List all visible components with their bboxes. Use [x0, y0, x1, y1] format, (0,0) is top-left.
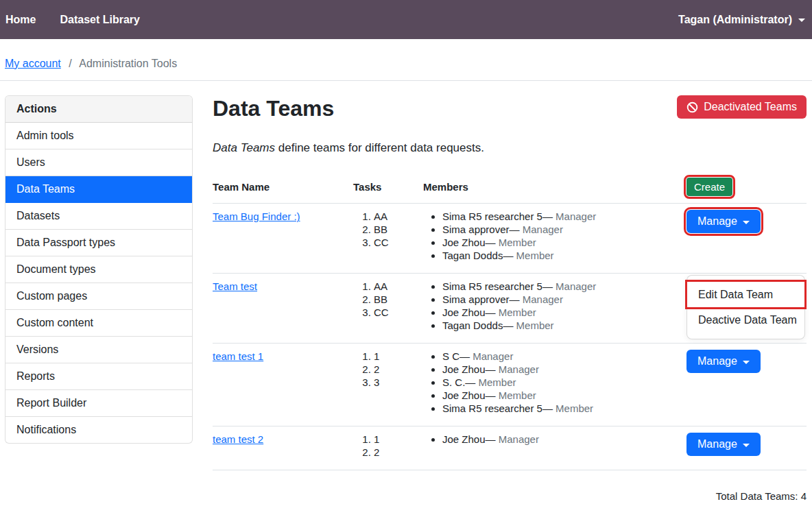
- col-header-action: Create: [686, 178, 807, 196]
- members-cell: Sima R5 researcher 5— ManagerSima approv…: [423, 204, 686, 273]
- tasks-list: 12: [353, 433, 418, 459]
- table-row: team test 212Joe Zhou— ManagerManage: [213, 426, 807, 470]
- team-name-link[interactable]: team test 1: [213, 350, 263, 362]
- member-item: S. C.— Member: [442, 376, 681, 389]
- table-body: Team Bug Finder :)AABBCCSima R5 research…: [213, 204, 807, 470]
- deactivated-teams-label: Deactivated Teams: [704, 101, 797, 113]
- sidebar-items: Admin toolsUsersData TeamsDatasetsData P…: [5, 123, 192, 443]
- total-data-teams: Total Data Teams: 4: [213, 490, 807, 502]
- member-name: Sima R5 researcher 5—: [442, 211, 553, 222]
- member-item: Sima R5 researcher 5— Member: [442, 402, 681, 415]
- sidebar-item-custom-pages[interactable]: Custom pages: [5, 283, 192, 310]
- member-role: Member: [513, 250, 553, 261]
- caret-down-icon: [743, 221, 750, 224]
- sidebar-item-versions[interactable]: Versions: [5, 337, 192, 363]
- create-button[interactable]: Create: [686, 178, 732, 196]
- manage-button[interactable]: Manage: [686, 210, 761, 233]
- caret-down-icon: [743, 361, 750, 364]
- team-name-link[interactable]: team test 2: [213, 433, 263, 445]
- dropdown-item-deactive-data-team[interactable]: Deactive Data Team: [687, 307, 804, 333]
- team-name-cell: Team test: [213, 274, 353, 343]
- members-cell: Joe Zhou— Manager: [423, 426, 686, 470]
- deactivated-teams-button[interactable]: Deactivated Teams: [677, 95, 807, 119]
- task-item: BB: [374, 223, 418, 236]
- member-role: Member: [496, 237, 536, 248]
- sidebar-item-report-builder[interactable]: Report Builder: [5, 390, 192, 417]
- prohibition-icon: [686, 101, 698, 113]
- member-item: Sima R5 researcher 5— Manager: [442, 280, 681, 293]
- content-wrapper: Actions Admin toolsUsersData TeamsDatase…: [0, 81, 812, 502]
- user-menu-label: Tagan (Administrator): [678, 14, 792, 26]
- sidebar-item-data-passport-types[interactable]: Data Passport types: [5, 230, 192, 256]
- breadcrumb: My account / Administration Tools: [0, 39, 812, 81]
- member-role: Member: [475, 376, 516, 388]
- manage-button-label: Manage: [697, 438, 737, 450]
- caret-down-icon: [743, 444, 750, 447]
- member-name: Sima approver—: [442, 293, 520, 305]
- member-item: Joe Zhou— Member: [442, 236, 681, 249]
- subtitle-rest: define teams for different data requests…: [275, 141, 484, 154]
- table-row: team test 1123S C— ManagerJoe Zhou— Mana…: [213, 344, 807, 426]
- task-item: 3: [374, 376, 418, 389]
- member-name: Joe Zhou—: [442, 389, 496, 401]
- sidebar-item-admin-tools[interactable]: Admin tools: [5, 123, 192, 149]
- member-item: Sima approver— Manager: [442, 293, 681, 306]
- members-list: Sima R5 researcher 5— ManagerSima approv…: [423, 210, 681, 262]
- team-name-link[interactable]: Team Bug Finder :): [213, 211, 300, 222]
- member-item: Tagan Dodds— Member: [442, 249, 681, 262]
- member-name: S C—: [442, 350, 470, 362]
- member-role: Manager: [470, 350, 513, 362]
- sidebar-item-reports[interactable]: Reports: [5, 363, 192, 390]
- sidebar-item-datasets[interactable]: Datasets: [5, 203, 192, 230]
- sidebar-item-document-types[interactable]: Document types: [5, 256, 192, 283]
- member-item: Joe Zhou— Manager: [442, 433, 681, 446]
- breadcrumb-my-account-link[interactable]: My account: [5, 58, 61, 69]
- nav-item-home[interactable]: Home: [5, 14, 36, 26]
- table-row: Team Bug Finder :)AABBCCSima R5 research…: [213, 204, 807, 274]
- sidebar-item-notifications[interactable]: Notifications: [5, 417, 192, 443]
- sidebar-item-users[interactable]: Users: [5, 149, 192, 176]
- member-item: Joe Zhou— Manager: [442, 363, 681, 376]
- task-item: 1: [374, 433, 418, 446]
- col-header-team-name: Team Name: [213, 180, 353, 193]
- task-item: CC: [374, 306, 418, 319]
- top-navbar: Home Dataset Library Tagan (Administrato…: [0, 0, 812, 39]
- data-teams-table: Team Name Tasks Members Create Team Bug …: [213, 175, 807, 470]
- task-item: 2: [374, 446, 418, 459]
- team-name-link[interactable]: Team test: [213, 280, 257, 292]
- page-title: Data Teams: [213, 95, 334, 121]
- member-item: Tagan Dodds— Member: [442, 319, 681, 332]
- dropdown-item-edit-data-team[interactable]: Edit Data Team: [687, 282, 804, 307]
- col-header-tasks: Tasks: [353, 180, 423, 193]
- action-cell: Manage: [686, 344, 807, 426]
- member-item: Sima approver— Manager: [442, 223, 681, 236]
- task-item: BB: [374, 293, 418, 306]
- actions-sidebar: Actions Admin toolsUsersData TeamsDatase…: [5, 95, 193, 444]
- sidebar-item-custom-content[interactable]: Custom content: [5, 310, 192, 337]
- user-menu-dropdown[interactable]: Tagan (Administrator): [678, 14, 805, 26]
- task-item: 1: [374, 350, 418, 363]
- member-role: Member: [513, 320, 553, 331]
- member-item: Joe Zhou— Member: [442, 306, 681, 319]
- tasks-cell: 12: [353, 426, 423, 470]
- task-item: 2: [374, 363, 418, 376]
- main-header: Data Teams Deactivated Teams: [213, 95, 807, 121]
- col-header-members: Members: [423, 180, 686, 193]
- action-cell: ManageEdit Data TeamDeactive Data Team: [686, 204, 807, 273]
- sidebar-item-data-teams[interactable]: Data Teams: [5, 176, 192, 203]
- nav-item-dataset-library[interactable]: Dataset Library: [60, 14, 140, 26]
- breadcrumb-separator: /: [69, 58, 71, 69]
- page-subtitle: Data Teams define teams for different da…: [213, 141, 807, 155]
- action-cell: Manage: [686, 426, 807, 470]
- member-role: Manager: [496, 433, 539, 445]
- tasks-cell: AABBCC: [353, 274, 423, 343]
- team-name-cell: team test 2: [213, 426, 353, 470]
- members-cell: Sima R5 researcher 5— ManagerSima approv…: [423, 274, 686, 343]
- member-item: Sima R5 researcher 5— Manager: [442, 210, 681, 223]
- manage-button[interactable]: Manage: [686, 350, 761, 373]
- members-list: Sima R5 researcher 5— ManagerSima approv…: [423, 280, 681, 332]
- member-name: Tagan Dodds—: [442, 250, 513, 261]
- manage-button[interactable]: Manage: [686, 433, 761, 456]
- manage-dropdown-menu: Edit Data TeamDeactive Data Team: [686, 275, 805, 339]
- main-panel: Data Teams Deactivated Teams Data Teams …: [213, 95, 807, 502]
